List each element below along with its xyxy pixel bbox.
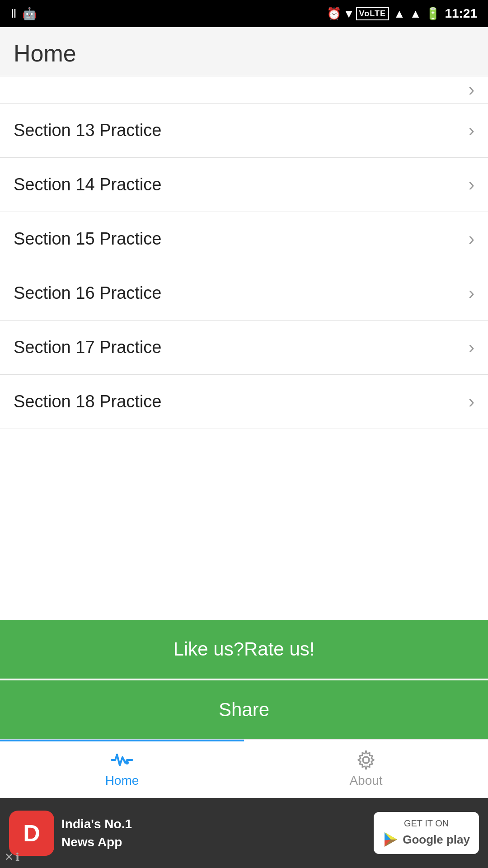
- chevron-right-icon-partial: ›: [469, 80, 474, 100]
- chevron-right-icon-0: ›: [469, 120, 474, 141]
- list-item-section-14[interactable]: Section 14 Practice ›: [0, 158, 488, 212]
- ad-play-store-button[interactable]: GET IT ON Google play: [374, 812, 479, 854]
- nav-item-about[interactable]: About: [244, 740, 488, 798]
- home-activity-icon: [111, 750, 133, 770]
- chevron-right-icon-4: ›: [469, 337, 474, 358]
- chevron-right-icon-3: ›: [469, 283, 474, 303]
- ad-text: India's No.1News App: [61, 815, 366, 850]
- svg-point-0: [125, 761, 129, 764]
- gear-icon: [356, 750, 376, 770]
- bottom-nav: Home About: [0, 739, 488, 798]
- section-list: › Section 13 Practice › Section 14 Pract…: [0, 76, 488, 620]
- ad-play-store-label: GET IT ON: [404, 818, 449, 829]
- list-item-section-17[interactable]: Section 17 Practice ›: [0, 321, 488, 375]
- list-item-section-15[interactable]: Section 15 Practice ›: [0, 212, 488, 266]
- ad-info-icon[interactable]: ℹ: [15, 851, 19, 863]
- status-bar-left-icons: Ⅱ 🤖: [11, 7, 37, 21]
- close-x-icon[interactable]: ✕: [5, 851, 14, 863]
- section-14-label: Section 14 Practice: [14, 175, 161, 194]
- signal2-icon: ▲: [410, 7, 422, 21]
- alarm-icon: ⏰: [327, 7, 341, 21]
- nav-about-label: About: [349, 774, 382, 788]
- action-buttons: Like us?Rate us! Share: [0, 620, 488, 739]
- google-play-icon: [383, 831, 399, 848]
- section-16-label: Section 16 Practice: [14, 283, 161, 303]
- list-item-partial[interactable]: ›: [0, 76, 488, 104]
- ad-play-logo: Google play: [383, 831, 470, 848]
- share-button[interactable]: Share: [0, 680, 488, 739]
- ad-close-area[interactable]: ✕ ℹ: [5, 851, 19, 863]
- nav-home-label: Home: [105, 774, 139, 788]
- rate-us-button[interactable]: Like us?Rate us!: [0, 620, 488, 679]
- section-17-label: Section 17 Practice: [14, 338, 161, 357]
- status-bar: Ⅱ 🤖 ⏰ ▾ VoLTE ▲ ▲ 🔋 11:21: [0, 0, 488, 27]
- battery-icon: 🔋: [426, 7, 440, 21]
- ad-app-icon: D: [9, 811, 54, 856]
- section-13-label: Section 13 Practice: [14, 121, 161, 140]
- ad-app-icon-letter: D: [23, 820, 40, 847]
- status-bar-right-icons: ⏰ ▾ VoLTE ▲ ▲ 🔋 11:21: [327, 6, 477, 21]
- list-item-section-16[interactable]: Section 16 Practice ›: [0, 266, 488, 321]
- bar-chart-icon: Ⅱ: [11, 7, 17, 21]
- nav-item-home[interactable]: Home: [0, 740, 244, 798]
- list-item-section-18[interactable]: Section 18 Practice ›: [0, 375, 488, 429]
- section-18-label: Section 18 Practice: [14, 392, 161, 411]
- ad-play-store-name: Google play: [403, 833, 470, 847]
- chevron-right-icon-5: ›: [469, 392, 474, 412]
- android-icon: 🤖: [22, 7, 37, 21]
- section-15-label: Section 15 Practice: [14, 229, 161, 249]
- volte-badge: VoLTE: [356, 7, 389, 20]
- time-display: 11:21: [445, 6, 477, 21]
- signal1-icon: ▲: [394, 7, 405, 21]
- wifi-icon: ▾: [346, 7, 352, 21]
- app-header: Home: [0, 27, 488, 76]
- page-title: Home: [14, 40, 474, 67]
- ad-banner[interactable]: D India's No.1News App GET IT ON Google …: [0, 798, 488, 868]
- svg-point-1: [363, 757, 369, 763]
- list-item-section-13[interactable]: Section 13 Practice ›: [0, 104, 488, 158]
- ad-headline: India's No.1News App: [61, 817, 132, 849]
- chevron-right-icon-1: ›: [469, 175, 474, 195]
- chevron-right-icon-2: ›: [469, 229, 474, 249]
